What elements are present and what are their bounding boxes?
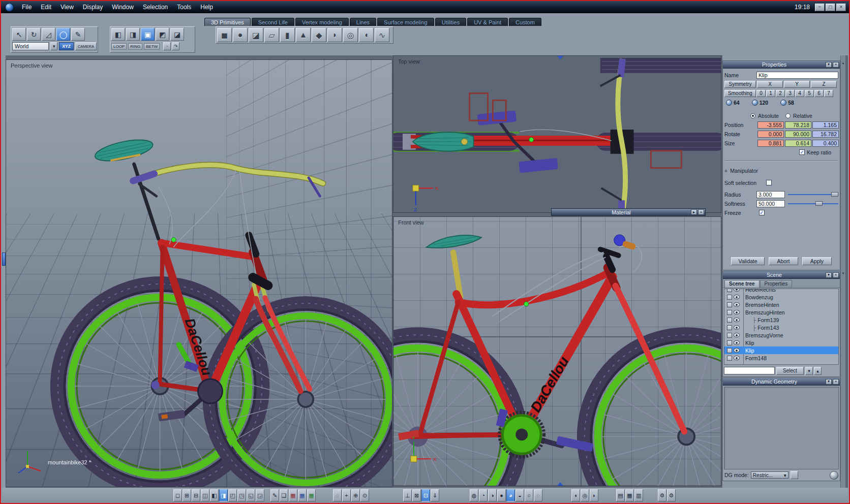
visibility-eye-icon[interactable] <box>734 333 740 337</box>
position-field[interactable] <box>785 121 811 129</box>
grid-wall-icon[interactable]: ▥ <box>634 489 643 501</box>
front-viewport[interactable]: DaCellou X Y Front view <box>393 216 721 486</box>
camera-mode-button[interactable]: CAMERA <box>75 42 97 50</box>
close-button[interactable]: × <box>698 209 704 215</box>
hidden-line-icon[interactable]: ◔ <box>479 489 488 501</box>
betw-button[interactable]: BETW <box>144 43 160 50</box>
visibility-eye-icon[interactable] <box>734 348 740 353</box>
object-type-icon[interactable] <box>727 325 732 330</box>
torus-display-icon[interactable]: ◎ <box>581 489 589 501</box>
object-type-icon[interactable] <box>727 295 732 300</box>
rotate-field[interactable] <box>812 131 839 138</box>
rotate-tool-icon[interactable]: ↻ <box>27 28 41 41</box>
dropdown-button[interactable]: ▾ <box>805 367 813 375</box>
grow-selection-icon[interactable]: ◦ <box>163 42 171 50</box>
collapse-button[interactable]: ▾ <box>826 272 832 278</box>
position-field[interactable] <box>757 121 784 129</box>
ring-select-icon[interactable]: ▣ <box>141 28 155 41</box>
render-gear-icon[interactable]: ⚙ <box>667 489 676 501</box>
perspective-viewport[interactable]: DaCellou Perspective view mountainbike32… <box>6 59 392 487</box>
helix-primitive-icon[interactable]: ∿ <box>375 28 389 42</box>
grid-red-icon[interactable]: ▦ <box>289 489 297 501</box>
grid-all-icon[interactable]: ▦ <box>625 489 634 501</box>
scroll-down-icon[interactable]: ▼ <box>842 272 845 275</box>
menu-item[interactable]: View <box>56 3 78 12</box>
plane-primitive-icon[interactable]: ▱ <box>264 28 279 42</box>
cube-primitive-icon[interactable]: ◼ <box>217 28 232 42</box>
circle-select-icon[interactable]: ◯ <box>56 28 70 41</box>
grid-floor-icon[interactable]: ▤ <box>616 489 625 501</box>
eye-icon[interactable]: ⊙ <box>360 489 369 501</box>
smooth-shade-icon[interactable]: ● <box>497 489 506 501</box>
dock-scroll-strip[interactable]: ▲▼ <box>840 55 845 488</box>
softness-slider[interactable] <box>788 203 838 204</box>
tool-tab[interactable]: Utilities <box>435 18 466 26</box>
material-panel-titlebar[interactable]: Material ▸× <box>551 208 706 216</box>
loop-tool-icon[interactable]: ◩ <box>156 28 169 41</box>
axes-icon[interactable]: ⊥ <box>403 489 412 501</box>
shrink-selection-icon[interactable]: ↷ <box>172 42 179 50</box>
object-type-icon[interactable] <box>727 356 732 361</box>
symmetry-axis-button[interactable]: X <box>757 81 783 88</box>
relative-radio[interactable] <box>785 113 791 118</box>
gear-icon[interactable]: ⚙ <box>658 489 666 501</box>
dock-splitter-handle[interactable] <box>2 253 6 266</box>
wireframe-sphere-icon[interactable]: ◍ <box>470 489 478 501</box>
tool-tab[interactable]: Lines <box>350 18 376 26</box>
object-type-icon[interactable] <box>727 333 732 338</box>
smoothing-level-button[interactable]: 4 <box>795 90 804 97</box>
object-type-icon[interactable] <box>727 340 732 345</box>
tool-icon[interactable]: ⊠ <box>412 489 421 501</box>
edge-tool-icon[interactable]: ◧ <box>111 28 125 41</box>
visibility-eye-icon[interactable] <box>734 310 740 314</box>
backface-icon[interactable]: ◖ <box>571 489 580 501</box>
softness-input[interactable] <box>756 200 785 207</box>
rotate-field[interactable] <box>757 131 784 138</box>
symmetry-axis-button[interactable]: Y <box>784 81 810 88</box>
scroll-up-icon[interactable]: ▲ <box>842 61 845 65</box>
absolute-radio[interactable] <box>750 113 755 118</box>
layout-bl-icon[interactable]: ◱ <box>247 489 255 501</box>
scene-tree-item[interactable]: Klip <box>724 346 838 354</box>
close-button[interactable]: × <box>833 62 839 68</box>
size-field[interactable] <box>785 140 811 147</box>
smoothing-level-button[interactable]: 6 <box>814 90 824 97</box>
pen-icon[interactable]: ✎ <box>270 489 279 501</box>
keep-ratio-checkbox[interactable]: ✓ <box>799 149 805 155</box>
collapse-button[interactable]: ▾ <box>826 379 832 385</box>
cone-primitive-icon[interactable]: ▲ <box>296 28 311 42</box>
size-field[interactable] <box>757 140 784 147</box>
flat-shade-icon[interactable]: ◑ <box>488 489 497 501</box>
brush-icon[interactable]: ❏ <box>280 489 288 501</box>
dg-apply-button[interactable] <box>791 471 798 479</box>
scene-tab[interactable]: Scene tree <box>724 280 760 288</box>
layout-left-icon[interactable]: ◧ <box>210 489 219 501</box>
select-cursor-icon[interactable]: ↖ <box>12 28 26 41</box>
drop-icon[interactable]: ⇓ <box>431 489 439 501</box>
shadow-shade-icon[interactable]: ◒ <box>515 489 524 501</box>
menu-item[interactable]: Help <box>196 3 218 12</box>
torus-primitive-icon[interactable]: ◎ <box>343 28 358 42</box>
splitter-marker-icon[interactable] <box>557 56 563 59</box>
tool-tab[interactable]: UV & Paint <box>467 18 508 26</box>
visibility-eye-icon[interactable] <box>734 289 740 292</box>
smoothing-level-button[interactable]: 3 <box>785 90 795 97</box>
world-select[interactable]: World <box>12 42 49 50</box>
tool-tab[interactable]: 3D Primitives <box>204 18 251 26</box>
halfsphere-primitive-icon[interactable]: ◗ <box>327 28 342 42</box>
object-type-icon[interactable] <box>727 289 732 292</box>
symmetry-axis-button[interactable]: Z <box>811 81 837 88</box>
smoothing-button[interactable]: Smoothing <box>724 90 756 97</box>
object-type-icon[interactable] <box>727 348 732 353</box>
menu-item[interactable]: Window <box>107 3 138 12</box>
name-input[interactable] <box>756 72 838 79</box>
smoothing-level-button[interactable]: 1 <box>766 90 775 97</box>
softness-slider-handle[interactable] <box>815 201 823 206</box>
ring-button[interactable]: RING <box>128 43 142 50</box>
object-type-icon[interactable] <box>727 318 732 323</box>
properties-titlebar[interactable]: Properties ▾× <box>723 61 840 69</box>
close-button[interactable]: × <box>836 4 846 11</box>
close-button[interactable]: × <box>833 379 839 385</box>
scene-tree-item[interactable]: Klip <box>724 339 838 346</box>
object-type-icon[interactable] <box>727 302 732 307</box>
